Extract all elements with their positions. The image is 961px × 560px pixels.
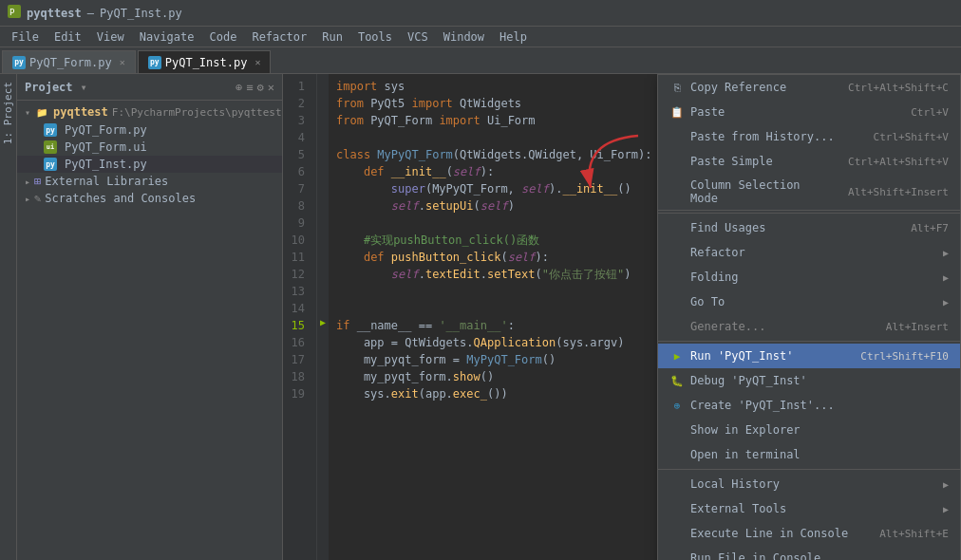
locate-icon[interactable]: ⊕ <box>236 81 242 94</box>
line-16: 16 <box>283 334 312 351</box>
menu-tools[interactable]: Tools <box>350 28 400 46</box>
gutter-1 <box>317 74 329 91</box>
scratch-icon: ✎ <box>34 192 41 205</box>
menu-navigate[interactable]: Navigate <box>132 28 202 46</box>
menu-refactor[interactable]: Refactor <box>244 28 314 46</box>
project-dropdown-icon[interactable]: ▾ <box>81 81 87 94</box>
ctx-find-usages-shortcut: Alt+F7 <box>911 222 949 234</box>
ctx-copy-reference[interactable]: ⎘ Copy Reference Ctrl+Alt+Shift+C <box>658 75 960 100</box>
ctx-open-terminal[interactable]: Open in terminal <box>658 442 960 467</box>
tab-pyqt-form[interactable]: py PyQT_Form.py ✕ <box>2 50 136 73</box>
ctx-paste[interactable]: 📋 Paste Ctrl+V <box>658 100 960 124</box>
project-path: F:\PycharmProjects\pyqttest <box>112 106 282 119</box>
ctx-folding[interactable]: Folding ▶ <box>658 265 960 289</box>
ctx-goto-label: Go To <box>690 295 817 308</box>
explorer-icon <box>669 422 685 438</box>
ctx-run-label: Run 'PyQT_Inst' <box>690 349 845 363</box>
menu-edit[interactable]: Edit <box>47 28 89 46</box>
project-side-label[interactable]: 1: Project <box>2 78 14 148</box>
copy-icon: ⎘ <box>669 80 685 95</box>
ctx-refactor-label: Refactor <box>690 246 817 259</box>
scratches-label: Scratches and Consoles <box>45 192 196 205</box>
gutter-5 <box>317 142 329 159</box>
ctx-run[interactable]: ▶ Run 'PyQT_Inst' Ctrl+Shift+F10 <box>658 344 960 368</box>
gutter-3 <box>317 108 329 125</box>
ctx-refactor[interactable]: Refactor ▶ <box>658 240 960 265</box>
hide-icon[interactable]: ✕ <box>268 81 274 94</box>
settings-icon[interactable]: ⚙ <box>257 81 264 94</box>
ctx-create[interactable]: ⊕ Create 'PyQT_Inst'... <box>658 393 960 418</box>
line-5: 5 <box>283 146 312 163</box>
ctx-open-terminal-label: Open in terminal <box>690 448 949 461</box>
py-icon: py <box>12 56 26 69</box>
menu-view[interactable]: View <box>89 28 132 46</box>
gutter-8 <box>317 194 329 211</box>
ctx-goto-arrow: ▶ <box>943 297 949 308</box>
gutter-15: ▶ <box>317 313 329 330</box>
line-19: 19 <box>283 385 312 402</box>
line-6: 6 <box>283 163 312 180</box>
ctx-copy-reference-shortcut: Ctrl+Alt+Shift+C <box>848 82 949 94</box>
menu-help[interactable]: Help <box>492 28 535 46</box>
ctx-find-usages[interactable]: Find Usages Alt+F7 <box>658 215 960 240</box>
separator-3 <box>658 469 960 470</box>
tree-root[interactable]: ▾ 📁 pyqttest F:\PycharmProjects\pyqttest <box>17 103 282 121</box>
gutter-2 <box>317 91 329 108</box>
line-17: 17 <box>283 351 312 368</box>
menu-window[interactable]: Window <box>436 28 492 46</box>
ctx-folding-label: Folding <box>690 271 817 284</box>
gutter-12 <box>317 262 329 279</box>
paste-simple-icon <box>669 154 685 169</box>
ctx-external-tools[interactable]: External Tools ▶ <box>658 496 960 521</box>
menu-run[interactable]: Run <box>314 28 350 46</box>
ctx-paste-history[interactable]: Paste from History... Ctrl+Shift+V <box>658 124 960 149</box>
ctx-folding-arrow: ▶ <box>943 272 949 283</box>
tab-pyqt-inst[interactable]: py PyQT_Inst.py ✕ <box>138 50 272 73</box>
tree-pyqt-inst-py[interactable]: py PyQT_Inst.py <box>17 156 282 173</box>
ctx-paste-shortcut: Ctrl+V <box>911 106 949 119</box>
tree-pyqt-form-py[interactable]: py PyQT_Form.py <box>17 121 282 139</box>
tree-scratches[interactable]: ▸ ✎ Scratches and Consoles <box>17 190 282 207</box>
tree-pyqt-form-ui[interactable]: ui PyQT_Form.ui <box>17 139 282 156</box>
run-console-icon <box>669 551 685 560</box>
ctx-execute-line[interactable]: Execute Line in Console Alt+Shift+E <box>658 521 960 546</box>
ctx-run-file-console[interactable]: Run File in Console <box>658 546 960 560</box>
menu-file[interactable]: File <box>4 28 47 46</box>
gutter-6 <box>317 159 329 177</box>
menu-vcs[interactable]: VCS <box>400 28 436 46</box>
py-file-icon: py <box>44 123 57 137</box>
ctx-execute-shortcut: Alt+Shift+E <box>879 528 949 540</box>
ctx-generate-shortcut: Alt+Insert <box>886 321 949 333</box>
code-editor[interactable]: 1 2 3 4 5 6 7 8 9 10 11 12 13 14 15 16 1… <box>283 74 961 560</box>
run-icon: ▶ <box>669 348 685 364</box>
menu-bar: File Edit View Navigate Code Refactor Ru… <box>0 27 961 47</box>
ctx-column-selection-label: Column Selection Mode <box>690 178 833 205</box>
menu-code[interactable]: Code <box>202 28 245 46</box>
title-bar: P pyqttest – PyQT_Inst.py <box>0 0 961 27</box>
ctx-debug[interactable]: 🐛 Debug 'PyQT_Inst' <box>658 368 960 393</box>
tab-close-active-icon[interactable]: ✕ <box>254 57 260 67</box>
ctx-paste-simple[interactable]: Paste Simple Ctrl+Alt+Shift+V <box>658 149 960 174</box>
find-icon <box>669 220 685 235</box>
line-2: 2 <box>283 95 312 112</box>
gutter-16 <box>317 330 329 347</box>
line-numbers: 1 2 3 4 5 6 7 8 9 10 11 12 13 14 15 16 1… <box>283 74 317 560</box>
lib-icon: ⊞ <box>34 175 41 188</box>
collapse-icon[interactable]: ≡ <box>246 81 253 94</box>
line-11: 11 <box>283 249 312 266</box>
folder-icon: 📁 <box>34 104 49 120</box>
side-panel: 1: Project <box>0 74 17 560</box>
gutter-11 <box>317 245 329 262</box>
arrow-scratch-icon: ▸ <box>21 194 34 204</box>
tree-external-libs[interactable]: ▸ ⊞ External Libraries <box>17 173 282 190</box>
ctx-goto[interactable]: Go To ▶ <box>658 289 960 314</box>
ctx-generate[interactable]: Generate... Alt+Insert <box>658 314 960 339</box>
ctx-show-explorer[interactable]: Show in Explorer <box>658 418 960 442</box>
line-12: 12 <box>283 266 312 283</box>
tab-close-icon[interactable]: ✕ <box>120 57 125 67</box>
ctx-column-selection[interactable]: Column Selection Mode Alt+Shift+Insert <box>658 174 960 211</box>
ui-file-icon: ui <box>44 140 57 154</box>
line-1: 1 <box>283 78 312 95</box>
line-10: 10 <box>283 232 312 249</box>
ctx-local-history[interactable]: Local History ▶ <box>658 472 960 496</box>
